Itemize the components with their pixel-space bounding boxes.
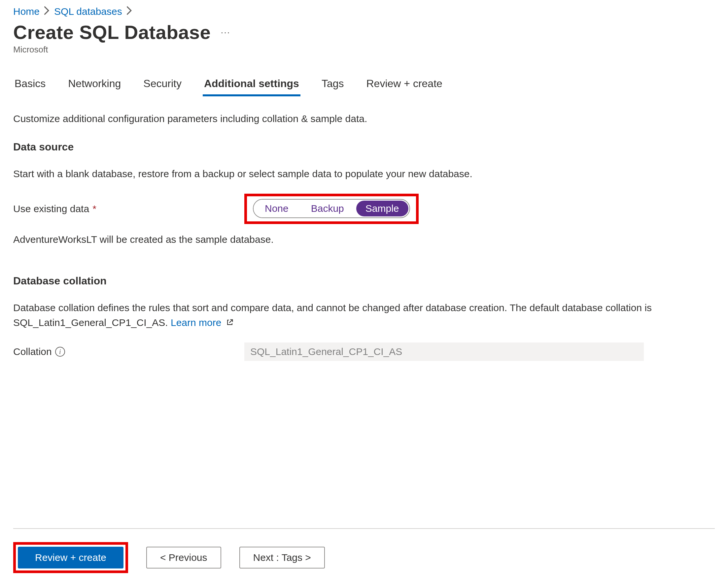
tab-bar: Basics Networking Security Additional se… (13, 73, 715, 96)
segment-option-none[interactable]: None (254, 200, 300, 217)
highlight-annotation: Review + create (13, 542, 128, 573)
page-title: Create SQL Database (13, 21, 211, 43)
review-create-button[interactable]: Review + create (18, 547, 124, 568)
tab-tags[interactable]: Tags (320, 73, 345, 96)
segment-option-backup[interactable]: Backup (300, 200, 355, 217)
chevron-right-icon (127, 6, 132, 17)
collation-label: Collation i (13, 346, 244, 357)
info-icon[interactable]: i (55, 347, 65, 357)
highlight-annotation: None Backup Sample (244, 194, 419, 224)
collation-input[interactable] (244, 342, 644, 361)
segment-option-sample[interactable]: Sample (356, 201, 409, 217)
collation-learn-more-link[interactable]: Learn more (171, 317, 233, 328)
data-source-description: Start with a blank database, restore fro… (13, 166, 715, 181)
breadcrumb-item-home[interactable]: Home (13, 6, 40, 17)
sample-database-hint: AdventureWorksLT will be created as the … (13, 234, 715, 245)
page-subtitle: Microsoft (13, 45, 715, 55)
required-indicator: * (93, 203, 97, 215)
tab-basics[interactable]: Basics (13, 73, 47, 96)
external-link-icon (226, 315, 233, 330)
previous-button[interactable]: < Previous (146, 547, 221, 568)
collation-description: Database collation defines the rules tha… (13, 300, 660, 330)
tab-additional-settings[interactable]: Additional settings (203, 73, 301, 96)
tab-networking[interactable]: Networking (67, 73, 122, 96)
collation-heading: Database collation (13, 275, 715, 287)
more-actions-button[interactable]: ··· (220, 27, 230, 37)
use-existing-data-segmented: None Backup Sample (253, 199, 410, 218)
intro-text: Customize additional configuration param… (13, 111, 715, 126)
use-existing-data-label: Use existing data * (13, 203, 244, 215)
footer-action-bar: Review + create < Previous Next : Tags > (13, 528, 715, 583)
chevron-right-icon (44, 6, 50, 17)
next-button[interactable]: Next : Tags > (239, 547, 325, 568)
tab-review-create[interactable]: Review + create (365, 73, 444, 96)
breadcrumb: Home SQL databases (13, 6, 715, 17)
breadcrumb-item-sql-databases[interactable]: SQL databases (54, 6, 122, 17)
tab-security[interactable]: Security (142, 73, 183, 96)
data-source-heading: Data source (13, 141, 715, 153)
